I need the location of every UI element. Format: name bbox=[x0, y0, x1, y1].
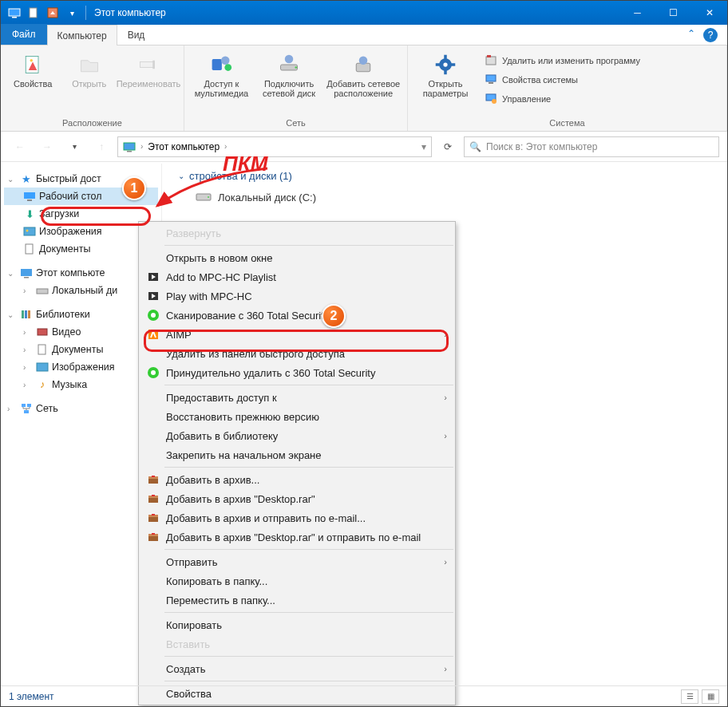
minimize-button[interactable]: ─ bbox=[619, 1, 655, 25]
ctx-move-to-folder[interactable]: Переместить в папку... bbox=[139, 590, 455, 610]
ctx-scan-360[interactable]: Сканирование с 360 Total Security bbox=[139, 306, 455, 325]
ctx-share[interactable]: Предоставить доступ к› bbox=[139, 388, 455, 407]
svg-rect-64 bbox=[152, 514, 155, 515]
ribbon-netlocation[interactable]: Добавить сетевое расположение bbox=[326, 49, 401, 117]
ctx-add-archive[interactable]: Добавить в архив... bbox=[139, 470, 455, 489]
maximize-button[interactable]: ☐ bbox=[655, 1, 691, 25]
svg-rect-36 bbox=[24, 277, 29, 278]
ribbon-properties[interactable]: Свойства bbox=[7, 49, 59, 117]
divider bbox=[164, 467, 453, 468]
close-button[interactable]: ✕ bbox=[691, 1, 727, 25]
aimp-icon bbox=[144, 328, 163, 341]
tab-view[interactable]: Вид bbox=[117, 24, 156, 45]
tree-documents[interactable]: Документы bbox=[4, 240, 158, 258]
ctx-copy-to-folder[interactable]: Копировать в папку... bbox=[139, 571, 455, 590]
ribbon-uninstall[interactable]: Удалить или изменить программу bbox=[481, 52, 643, 69]
svg-rect-25 bbox=[489, 82, 493, 84]
tree-libpictures[interactable]: ›Изображения bbox=[4, 358, 158, 376]
tab-file[interactable]: Файл bbox=[1, 24, 47, 45]
qat-doc-icon[interactable] bbox=[25, 4, 42, 22]
sysprops-icon bbox=[485, 73, 497, 87]
ribbon-open: Открыть bbox=[64, 49, 116, 117]
view-details-button[interactable]: ☰ bbox=[681, 689, 698, 704]
ctx-force-delete-360[interactable]: Принудительно удалить с 360 Total Securi… bbox=[139, 363, 455, 382]
svg-point-13 bbox=[285, 55, 294, 64]
tree-network[interactable]: ›Сеть bbox=[4, 400, 158, 417]
ribbon-sysprops[interactable]: Свойства системы bbox=[481, 71, 643, 89]
ribbon-netdrive[interactable]: Подключить сетевой диск bbox=[257, 49, 322, 117]
svg-rect-19 bbox=[444, 70, 447, 74]
breadcrumb-item[interactable]: Этот компьютер bbox=[148, 141, 220, 152]
badge-2: 2 bbox=[322, 304, 346, 328]
tree-video[interactable]: ›Видео bbox=[4, 323, 158, 341]
ctx-pin-start[interactable]: Закрепить на начальном экране bbox=[139, 445, 455, 464]
divider bbox=[164, 549, 453, 550]
label: Доступ к мультимедиа bbox=[195, 79, 249, 98]
manage-icon bbox=[485, 92, 497, 106]
tree-this-pc[interactable]: ⌄Этот компьюте bbox=[4, 264, 158, 282]
drive-item[interactable]: Локальный диск (C:) bbox=[196, 188, 711, 207]
ctx-new[interactable]: Создать› bbox=[139, 659, 455, 678]
ribbon-media[interactable]: Доступ к мультимедиа bbox=[191, 49, 252, 117]
dropdown-icon[interactable]: ▾ bbox=[421, 141, 426, 152]
label: Документы bbox=[39, 243, 90, 255]
svg-rect-32 bbox=[24, 227, 35, 235]
tree-music[interactable]: ›♪Музыка bbox=[4, 376, 158, 393]
qat-props-icon[interactable] bbox=[44, 4, 61, 22]
svg-rect-20 bbox=[436, 63, 440, 66]
search-placeholder: Поиск в: Этот компьютер bbox=[486, 141, 597, 152]
svg-point-15 bbox=[359, 57, 368, 65]
open-icon bbox=[77, 52, 102, 77]
ctx-copy[interactable]: Копировать bbox=[139, 615, 455, 634]
ctx-archive-named-email[interactable]: Добавить в архив "Desktop.rar" и отправи… bbox=[139, 527, 455, 547]
ctx-send-to[interactable]: Отправить› bbox=[139, 552, 455, 571]
ctx-open-new-window[interactable]: Открыть в новом окне bbox=[139, 248, 455, 267]
tree-libdocuments[interactable]: ›Документы bbox=[4, 341, 158, 358]
chevron-right-icon: › bbox=[444, 557, 447, 567]
svg-rect-45 bbox=[27, 404, 31, 407]
group-label: Расположение bbox=[7, 117, 177, 131]
tree-pictures[interactable]: Изображения bbox=[4, 223, 158, 240]
label: Изображения bbox=[52, 361, 115, 373]
breadcrumb[interactable]: › Этот компьютер › ▾ bbox=[117, 136, 432, 157]
recent-dropdown[interactable]: ▾ bbox=[63, 136, 85, 158]
svg-point-17 bbox=[443, 62, 447, 66]
ctx-aimp[interactable]: AIMP› bbox=[139, 325, 455, 344]
qat-dropdown-icon[interactable]: ▾ bbox=[63, 4, 81, 22]
refresh-button[interactable]: ⟳ bbox=[437, 136, 459, 158]
svg-rect-42 bbox=[38, 345, 46, 354]
music-icon: ♪ bbox=[36, 378, 49, 391]
svg-rect-37 bbox=[37, 289, 48, 294]
ribbon-manage[interactable]: Управление bbox=[481, 90, 643, 108]
label: Открыть bbox=[72, 79, 106, 89]
tree-libraries[interactable]: ⌄Библиотеки bbox=[4, 306, 158, 323]
ribbon-collapse-icon[interactable]: ⌃ bbox=[687, 28, 695, 39]
help-icon[interactable]: ? bbox=[703, 28, 718, 42]
ctx-archive-email[interactable]: Добавить в архив и отправить по e-mail..… bbox=[139, 508, 455, 527]
label: Изображения bbox=[39, 226, 102, 237]
search-input[interactable]: 🔍 Поиск в: Этот компьютер bbox=[464, 136, 719, 157]
ctx-add-archive-named[interactable]: Добавить в архив "Desktop.rar" bbox=[139, 489, 455, 508]
svg-rect-24 bbox=[486, 75, 496, 81]
svg-rect-43 bbox=[37, 363, 48, 371]
tree-downloads[interactable]: ⬇Загрузки bbox=[4, 205, 158, 223]
label: Добавить сетевое расположение bbox=[326, 79, 400, 98]
ctx-add-to-library[interactable]: Добавить в библиотеку› bbox=[139, 426, 455, 445]
ctx-mpc-play[interactable]: Play with MPC-HC bbox=[139, 286, 455, 306]
divider bbox=[164, 245, 453, 246]
view-icons-button[interactable]: ▦ bbox=[702, 689, 719, 704]
svg-point-12 bbox=[295, 66, 298, 69]
ribbon-settings[interactable]: Открыть параметры bbox=[414, 49, 477, 117]
up-button[interactable]: ↑ bbox=[90, 136, 113, 158]
ctx-restore-previous[interactable]: Восстановить прежнюю версию bbox=[139, 407, 455, 426]
forward-button: → bbox=[36, 136, 58, 158]
pictures-icon bbox=[36, 361, 49, 373]
system-icon bbox=[6, 4, 23, 22]
netloc-icon bbox=[350, 52, 376, 77]
ctx-unpin-quick-access[interactable]: Удалить из панели быстрого доступа bbox=[139, 344, 455, 363]
label: Подключить сетевой диск bbox=[263, 79, 315, 98]
svg-rect-0 bbox=[9, 9, 20, 16]
tab-computer[interactable]: Компьютер bbox=[47, 25, 117, 45]
tree-localdisk[interactable]: ›Локальный ди bbox=[4, 282, 158, 299]
ctx-mpc-add[interactable]: Add to MPC-HC Playlist bbox=[139, 267, 455, 286]
